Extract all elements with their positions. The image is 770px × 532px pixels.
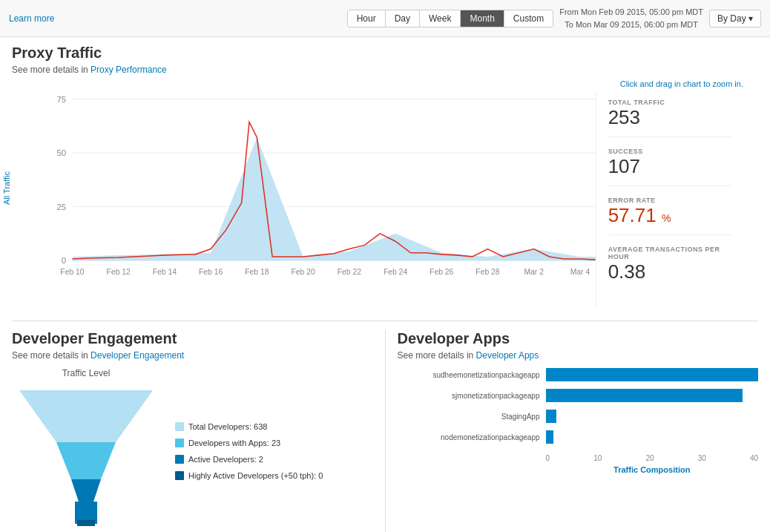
svg-text:Feb 10: Feb 10 [60,268,84,276]
proxy-traffic-title: Proxy Traffic [12,45,758,62]
developer-apps-link[interactable]: Developer Apps [476,350,539,361]
dev-apps-subtitle: See more details in Developer Apps [398,350,759,361]
svg-text:Feb 12: Feb 12 [107,268,131,276]
legend-item-2: Active Developers: 2 [175,451,323,467]
error-rate-label: ERROR RATE [608,197,732,204]
axis-labels: 010203040 [546,454,759,462]
error-rate-value: 57.71 % [608,204,732,227]
svg-text:Feb 28: Feb 28 [476,268,499,276]
y-axis-label: All Traffic [2,171,11,204]
bar-label-3: nodemonetizationpackageapp [398,433,546,441]
success-value: 107 [608,155,732,178]
traffic-container: All Traffic 75 50 25 0 [12,91,758,309]
bar-chart-area: sudheemonetizationpackageapp sjmonetizat… [398,368,759,474]
funnel-label: Traffic Level [12,368,160,378]
svg-marker-22 [56,442,116,479]
custom-button[interactable]: Custom [504,10,553,27]
bar-row-0: sudheemonetizationpackageapp [398,368,759,381]
bar-row-1: sjmonetizationpackageapp [398,389,759,402]
bar-row-2: StagingApp [398,410,759,423]
legend-label-3: Highly Active Developers (+50 tph): 0 [188,467,323,484]
proxy-performance-link[interactable]: Proxy Performance [91,65,167,75]
date-range: From Mon Feb 09 2015, 05:00 pm MDT To Mo… [559,6,703,30]
bar-bg-3 [546,430,759,444]
total-traffic-label: TOTAL TRAFFIC [608,99,732,106]
svg-text:Feb 14: Feb 14 [153,268,177,276]
day-button[interactable]: Day [386,10,420,27]
bar-axis-label: Traffic Composition [546,465,759,474]
total-traffic-value: 253 [608,106,732,129]
proxy-traffic-subtitle: See more details in Proxy Performance [12,65,758,75]
by-day-button[interactable]: By Day ▾ [709,10,761,27]
dev-apps-title: Developer Apps [398,330,759,347]
bar-fill-3 [546,430,554,444]
time-btn-group: Hour Day Week Month Custom [347,10,554,27]
chart-hint: Click and drag in chart to zoom in. [12,79,758,88]
legend-color-3 [175,471,184,480]
legend-label-1: Developers with Apps: 23 [188,435,280,451]
legend-color-2 [175,455,184,464]
legend-color-0 [175,422,184,431]
svg-text:Feb 20: Feb 20 [291,268,315,276]
success-label: SUCCESS [608,148,732,155]
bar-bg-1 [546,389,759,402]
bar-fill-1 [546,389,743,402]
svg-marker-23 [71,479,101,502]
stats-panel: TOTAL TRAFFIC 253 SUCCESS 107 ERROR RATE… [596,91,744,309]
bar-fill-0 [546,368,759,381]
total-traffic-block: TOTAL TRAFFIC 253 [608,99,732,137]
bar-bg-2 [546,410,759,423]
hour-button[interactable]: Hour [348,10,386,27]
svg-text:Feb 26: Feb 26 [430,268,453,276]
chart-wrapper: All Traffic 75 50 25 0 [12,91,596,309]
svg-text:Feb 16: Feb 16 [199,268,223,276]
bottom-sections: Developer Engagement See more details in… [12,321,758,532]
bar-label-2: StagingApp [398,413,546,421]
svg-text:75: 75 [57,95,67,104]
avg-transactions-label: AVERAGE TRANSACTIONS PER HOUR [608,246,732,260]
week-button[interactable]: Week [420,10,461,27]
legend-label-0: Total Developers: 638 [188,418,267,435]
legend-item-1: Developers with Apps: 23 [175,435,323,451]
legend-item-0: Total Developers: 638 [175,418,323,435]
dev-engagement-title: Developer Engagement [12,330,373,347]
svg-text:25: 25 [57,203,67,211]
avg-transactions-value: 0.38 [608,260,732,283]
developer-engagement-section: Developer Engagement See more details in… [12,330,386,532]
learn-more-link[interactable]: Learn more [9,13,54,24]
svg-text:Mar 2: Mar 2 [524,268,544,276]
bar-bg-0 [546,368,759,381]
bar-axis: 010203040 [546,451,759,462]
bar-fill-2 [546,410,556,423]
success-block: SUCCESS 107 [608,148,732,186]
svg-text:Feb 24: Feb 24 [384,268,407,276]
funnel-legend: Total Developers: 638 Developers with Ap… [175,418,323,484]
dev-engagement-subtitle: See more details in Developer Engagement [12,350,373,361]
developer-engagement-link[interactable]: Developer Engagement [91,350,184,361]
time-controls: Hour Day Week Month Custom From Mon Feb … [347,6,761,30]
svg-rect-25 [77,520,95,526]
svg-text:50: 50 [57,148,67,157]
avg-transactions-block: AVERAGE TRANSACTIONS PER HOUR 0.38 [608,246,732,291]
main-content: Proxy Traffic See more details in Proxy … [0,37,770,532]
bar-label-1: sjmonetizationpackageapp [398,392,546,400]
legend-color-1 [175,439,184,447]
legend-label-2: Active Developers: 2 [188,451,263,467]
svg-text:Feb 22: Feb 22 [338,268,361,276]
bar-row-3: nodemonetizationpackageapp [398,430,759,444]
chart-area[interactable]: 75 50 25 0 Feb 10 Feb 12 Feb 14 Feb 16 [42,91,596,299]
legend-item-3: Highly Active Developers (+50 tph): 0 [175,467,323,484]
funnel-chart [12,383,160,531]
month-button[interactable]: Month [461,10,504,27]
svg-marker-8 [72,137,595,260]
top-bar: Learn more Hour Day Week Month Custom Fr… [0,0,770,37]
svg-text:0: 0 [62,256,66,265]
svg-marker-21 [19,390,153,442]
developer-apps-section: Developer Apps See more details in Devel… [386,330,759,532]
error-rate-block: ERROR RATE 57.71 % [608,197,732,235]
svg-text:Feb 18: Feb 18 [245,268,269,276]
proxy-traffic-section: Proxy Traffic See more details in Proxy … [12,45,758,309]
svg-text:Mar 4: Mar 4 [570,268,590,276]
funnel-container: Traffic Level [12,368,160,532]
bar-label-0: sudheemonetizationpackageapp [398,371,546,379]
